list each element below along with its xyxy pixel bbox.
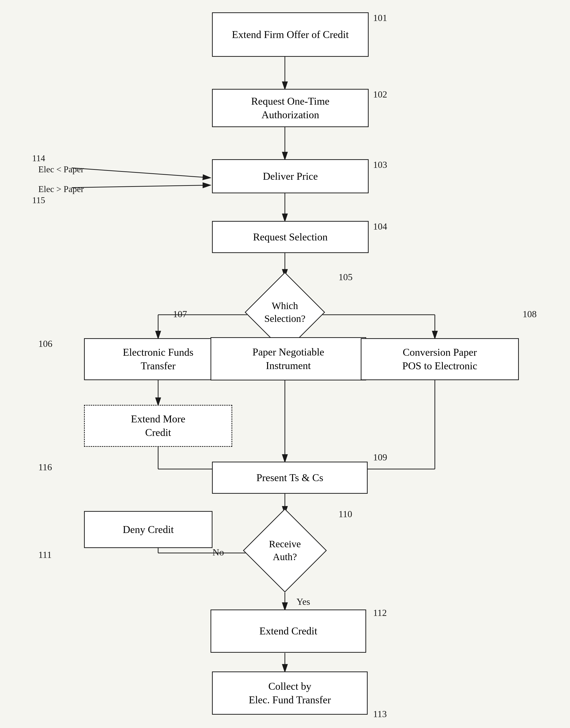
label-116: 116 xyxy=(38,462,52,473)
label-101: 101 xyxy=(373,12,387,23)
node-112: Extend Credit xyxy=(211,610,366,653)
node-104: Request Selection xyxy=(212,221,369,253)
node-109: Present Ts & Cs xyxy=(212,462,368,494)
node-111: Deny Credit xyxy=(84,511,213,548)
node-113: Collect byElec. Fund Transfer xyxy=(212,671,368,715)
label-114-number: 114 xyxy=(32,153,45,163)
label-105: 105 xyxy=(338,271,352,282)
label-yes: Yes xyxy=(296,596,310,607)
node-107: Paper NegotiableInstrument xyxy=(211,337,366,381)
label-108: 108 xyxy=(523,308,537,319)
label-115-text: Elec > Paper xyxy=(38,184,84,194)
label-114-text: Elec < Paper xyxy=(38,164,84,174)
node-102: Request One-TimeAuthorization xyxy=(212,89,369,127)
label-104: 104 xyxy=(373,221,387,232)
label-106: 106 xyxy=(38,338,52,349)
label-no: No xyxy=(213,547,224,558)
node-extend-more-credit: Extend MoreCredit xyxy=(84,405,232,447)
node-106: Electronic FundsTransfer xyxy=(84,338,232,380)
node-108: Conversion PaperPOS to Electronic xyxy=(361,338,519,380)
node-110: ReceiveAuth? xyxy=(236,509,334,593)
label-109: 109 xyxy=(373,452,387,463)
flowchart-diagram: Extend Firm Offer of Credit 101 Request … xyxy=(0,0,570,728)
label-110: 110 xyxy=(338,509,352,519)
svg-line-22 xyxy=(72,185,210,188)
label-113: 113 xyxy=(373,709,387,719)
label-107: 107 xyxy=(173,308,187,319)
label-103: 103 xyxy=(373,159,387,170)
label-111: 111 xyxy=(38,549,52,560)
node-103: Deliver Price xyxy=(212,159,369,193)
label-102: 102 xyxy=(373,89,387,100)
label-112: 112 xyxy=(373,607,387,618)
label-115-number: 115 xyxy=(32,195,45,205)
svg-line-21 xyxy=(72,168,210,178)
node-101: Extend Firm Offer of Credit xyxy=(212,12,369,57)
